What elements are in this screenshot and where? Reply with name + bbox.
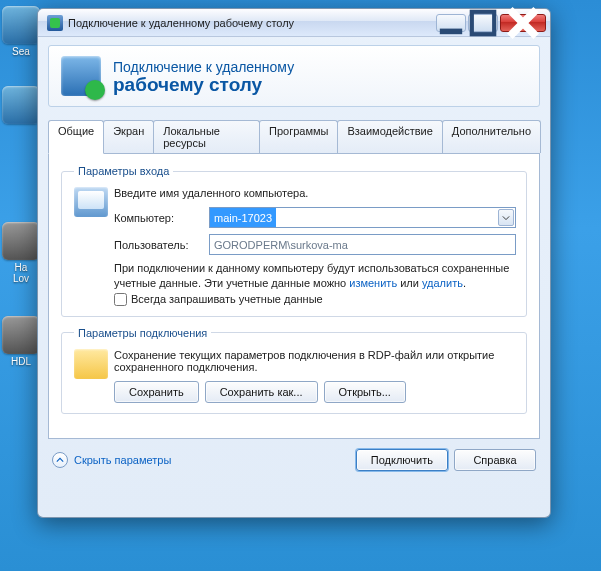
save-as-button[interactable]: Сохранить как... — [205, 381, 318, 403]
connection-group: Параметры подключения Сохранение текущих… — [61, 327, 527, 414]
maximize-button[interactable] — [468, 14, 498, 32]
user-input[interactable] — [209, 234, 516, 255]
chevron-up-icon — [52, 452, 68, 468]
rdp-app-icon — [47, 15, 63, 31]
computer-icon — [74, 187, 108, 217]
close-button[interactable] — [500, 14, 546, 32]
connection-desc: Сохранение текущих параметров подключени… — [114, 349, 516, 373]
minimize-button[interactable] — [436, 14, 466, 32]
always-ask-label: Всегда запрашивать учетные данные — [131, 293, 323, 305]
hide-options-toggle[interactable]: Скрыть параметры — [52, 452, 171, 468]
tab-strip: Общие Экран Локальные ресурсы Программы … — [48, 120, 540, 154]
credentials-note: При подключении к данному компьютеру буд… — [114, 261, 516, 291]
delete-credentials-link[interactable]: удалить — [422, 277, 463, 289]
login-prompt: Введите имя удаленного компьютера. — [114, 187, 516, 199]
tab-display[interactable]: Экран — [103, 120, 154, 153]
header-banner: Подключение к удаленному рабочему столу — [48, 45, 540, 107]
desktop-label: Lov — [13, 273, 29, 284]
computer-label: Компьютер: — [114, 212, 209, 224]
window-title: Подключение к удаленному рабочему столу — [68, 17, 294, 29]
desktop-label: Sea — [12, 46, 30, 57]
svg-rect-0 — [440, 28, 462, 34]
computer-input[interactable] — [209, 207, 516, 228]
tab-programs[interactable]: Программы — [259, 120, 338, 153]
always-ask-checkbox[interactable] — [114, 293, 127, 306]
connection-legend: Параметры подключения — [74, 327, 211, 339]
user-label: Пользователь: — [114, 239, 209, 251]
tab-experience[interactable]: Взаимодействие — [337, 120, 442, 153]
open-button[interactable]: Открыть... — [324, 381, 406, 403]
banner-line1: Подключение к удаленному — [113, 59, 294, 75]
desktop-label: Ha — [15, 262, 28, 273]
desktop-label: HDL — [11, 356, 31, 367]
rdp-window: Подключение к удаленному рабочему столу … — [37, 8, 551, 518]
tab-local-resources[interactable]: Локальные ресурсы — [153, 120, 260, 153]
login-legend: Параметры входа — [74, 165, 173, 177]
login-group: Параметры входа Введите имя удаленного к… — [61, 165, 527, 317]
connect-button[interactable]: Подключить — [356, 449, 448, 471]
help-button[interactable]: Справка — [454, 449, 536, 471]
folder-icon — [74, 349, 108, 379]
edit-credentials-link[interactable]: изменить — [349, 277, 397, 289]
computer-dropdown-button[interactable] — [498, 209, 514, 226]
titlebar[interactable]: Подключение к удаленному рабочему столу — [38, 9, 550, 37]
rdp-icon — [61, 56, 101, 96]
banner-line2: рабочему столу — [113, 75, 294, 94]
tab-advanced[interactable]: Дополнительно — [442, 120, 541, 153]
tab-general[interactable]: Общие — [48, 120, 104, 154]
save-button[interactable]: Сохранить — [114, 381, 199, 403]
svg-rect-1 — [472, 11, 494, 33]
